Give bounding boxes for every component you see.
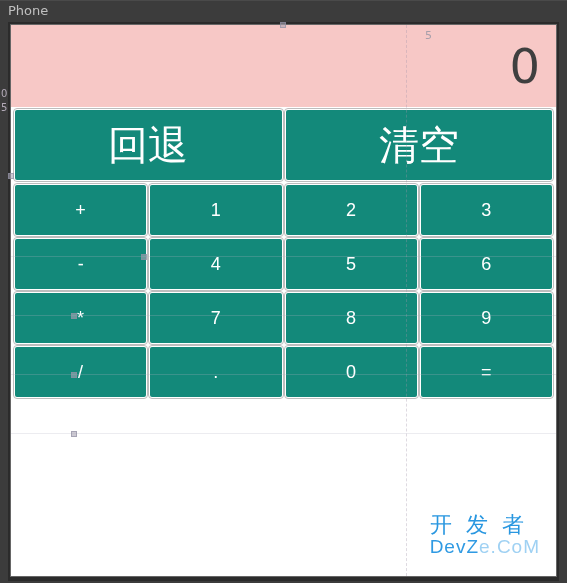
minus-label: - (78, 254, 84, 275)
display-value: 0 (509, 38, 540, 94)
digit-8-button[interactable]: 8 (286, 293, 417, 343)
clear-button[interactable]: 清空 (286, 110, 553, 180)
digit-7-label: 7 (211, 308, 221, 329)
action-row: 回退 清空 (12, 107, 555, 183)
window-title-bar: Phone (0, 0, 567, 20)
phone-canvas: 5 0 回退 清空 + 1 2 3 - 4 5 (10, 24, 557, 577)
decimal-label: . (213, 362, 218, 383)
digit-0-label: 0 (346, 362, 356, 383)
multiply-button[interactable]: * (15, 293, 146, 343)
divide-button[interactable]: / (15, 347, 146, 397)
digit-3-label: 3 (481, 200, 491, 221)
digit-4-label: 4 (211, 254, 221, 275)
calculator-display: 5 0 (11, 25, 556, 107)
window-title: Phone (8, 3, 48, 18)
digit-2-button[interactable]: 2 (286, 185, 417, 235)
designer-canvas-wrapper: 5 0 回退 清空 + 1 2 3 - 4 5 (8, 22, 559, 581)
keypad-grid: 回退 清空 + 1 2 3 - 4 5 6 * 7 8 (11, 107, 556, 399)
keypad-row-4: / . 0 = (12, 345, 555, 399)
keypad-row-1: + 1 2 3 (12, 183, 555, 237)
minus-button[interactable]: - (15, 239, 146, 289)
equals-button[interactable]: = (421, 347, 552, 397)
digit-5-label: 5 (346, 254, 356, 275)
digit-3-button[interactable]: 3 (421, 185, 552, 235)
digit-8-label: 8 (346, 308, 356, 329)
watermark-line2a: DevZ (430, 536, 479, 557)
keypad-row-3: * 7 8 9 (12, 291, 555, 345)
multiply-label: * (77, 308, 84, 329)
digit-4-button[interactable]: 4 (150, 239, 281, 289)
digit-9-button[interactable]: 9 (421, 293, 552, 343)
clear-button-label: 清空 (379, 118, 459, 173)
back-button-label: 回退 (108, 118, 188, 173)
digit-1-label: 1 (211, 200, 221, 221)
digit-9-label: 9 (481, 308, 491, 329)
digit-6-label: 6 (481, 254, 491, 275)
ruler-mark: 5 (425, 29, 432, 43)
decimal-button[interactable]: . (150, 347, 281, 397)
ruler-left-5: 5 (1, 102, 7, 113)
equals-label: = (481, 362, 492, 383)
watermark: 开发者 DevZe.CoM (430, 513, 540, 558)
digit-0-button[interactable]: 0 (286, 347, 417, 397)
divide-label: / (78, 362, 83, 383)
ruler-left-0: 0 (1, 88, 7, 99)
digit-5-button[interactable]: 5 (286, 239, 417, 289)
ruler-top: 5 (11, 29, 556, 43)
watermark-line2b: e.CoM (479, 536, 540, 557)
plus-button[interactable]: + (15, 185, 146, 235)
plus-label: + (75, 200, 86, 221)
digit-7-button[interactable]: 7 (150, 293, 281, 343)
empty-canvas-area (11, 399, 556, 519)
keypad-row-2: - 4 5 6 (12, 237, 555, 291)
watermark-line2: DevZe.CoM (430, 537, 540, 558)
digit-2-label: 2 (346, 200, 356, 221)
digit-1-button[interactable]: 1 (150, 185, 281, 235)
digit-6-button[interactable]: 6 (421, 239, 552, 289)
back-button[interactable]: 回退 (15, 110, 282, 180)
